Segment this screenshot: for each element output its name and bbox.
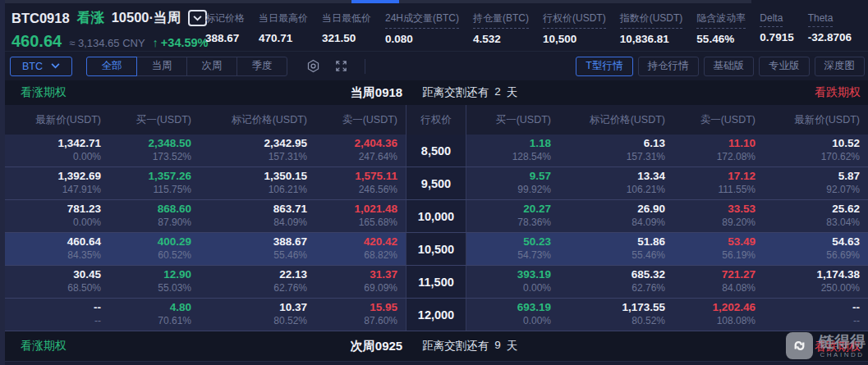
view-tab-T型行情[interactable]: T型行情 xyxy=(576,57,632,76)
call-ask-cell[interactable]: 2,404.36247.64% xyxy=(315,135,406,167)
call-ask-cell[interactable]: 1,575.11246.56% xyxy=(315,167,406,199)
put-bid-cell[interactable]: 693.190.00% xyxy=(466,299,559,331)
stat-label[interactable]: Delta xyxy=(760,12,783,27)
call-ask-cell[interactable]: 1,021.48165.68% xyxy=(315,200,406,232)
put-ask-cell[interactable]: 17.12111.55% xyxy=(673,167,764,199)
period-tab-当周[interactable]: 当周 xyxy=(136,57,187,76)
call-mark-cell[interactable]: 22.1362.76% xyxy=(200,266,315,298)
put-ask-cell[interactable]: 11.10172.08% xyxy=(673,135,764,167)
percent: 84.08% xyxy=(722,283,755,294)
stat-label[interactable]: Theta xyxy=(808,12,834,27)
view-tab-深度图[interactable]: 深度图 xyxy=(815,57,866,76)
call-bid-cell[interactable]: 4.8070.61% xyxy=(109,299,200,331)
call-mark-cell[interactable]: 1,350.15106.21% xyxy=(200,167,315,199)
strike-cell[interactable]: 10,000 xyxy=(406,200,466,232)
percent: 170.62% xyxy=(821,152,860,162)
period-tab-季度[interactable]: 季度 xyxy=(237,57,287,76)
call-mark-cell[interactable]: 2,342.95157.31% xyxy=(200,135,315,167)
call-latest-cell[interactable]: ---- xyxy=(0,299,109,331)
header-scrollbar-thumb[interactable] xyxy=(351,0,399,3)
stat-label[interactable]: 隐含波动率 xyxy=(696,11,746,29)
put-latest-cell[interactable]: 25.6283.04% xyxy=(764,200,868,232)
percent: 68.50% xyxy=(67,283,101,294)
period-tab-次周[interactable]: 次周 xyxy=(186,57,237,76)
table-row: 781.230.00%868.6087.90%863.7184.09%1,021… xyxy=(0,200,868,233)
fullscreen-button[interactable] xyxy=(334,59,348,73)
contract-select-icon[interactable] xyxy=(188,10,207,26)
view-tab-专业版[interactable]: 专业版 xyxy=(759,57,810,76)
price: 1,202.46 xyxy=(712,302,755,314)
call-latest-cell[interactable]: 30.4568.50% xyxy=(0,266,109,298)
price: 25.62 xyxy=(832,203,860,216)
put-ask-cell[interactable]: 33.5389.20% xyxy=(673,200,764,232)
strike-cell[interactable]: 9,500 xyxy=(406,167,466,199)
call-ask-cell[interactable]: 15.9587.60% xyxy=(315,299,406,331)
call-latest-cell[interactable]: 460.6484.35% xyxy=(0,233,109,265)
call-bid-cell[interactable]: 1,357.26115.75% xyxy=(109,167,200,199)
put-mark-cell[interactable]: 1,173.5580.52% xyxy=(559,299,673,331)
put-mark-cell[interactable]: 685.3262.76% xyxy=(559,266,673,298)
put-bid-cell[interactable]: 50.2354.73% xyxy=(466,233,559,265)
put-ask-cell[interactable]: 1,202.46108.08% xyxy=(673,299,764,331)
call-bid-cell[interactable]: 400.2960.52% xyxy=(109,233,200,265)
put-bid-cell[interactable]: 393.190.00% xyxy=(466,266,559,298)
call-latest-cell[interactable]: 781.230.00% xyxy=(0,200,109,232)
call-mark-cell[interactable]: 388.6755.46% xyxy=(200,233,315,265)
call-mark-cell[interactable]: 10.3780.52% xyxy=(200,299,315,331)
stat-label[interactable]: 指数价(USDT) xyxy=(620,11,683,29)
call-latest-cell[interactable]: 1,342.710.00% xyxy=(0,135,109,167)
percent: 84.35% xyxy=(67,250,101,261)
put-bid-cell[interactable]: 1.18128.54% xyxy=(466,135,559,167)
price: 2,404.36 xyxy=(354,138,397,150)
stat-value: -32.8706 xyxy=(808,31,852,43)
stat-item: Delta0.7915 xyxy=(760,10,793,51)
change-percent: +34.59% xyxy=(161,36,209,49)
contract-title[interactable]: BTC0918看涨10500·当周 xyxy=(11,9,205,27)
toolbar: BTC 全部当周次周季度 T型行情持仓行情基础版专业版深度图 xyxy=(0,51,868,80)
put-latest-cell[interactable]: 1,174.38250.00% xyxy=(764,266,868,298)
strike-cell[interactable]: 10,500 xyxy=(406,233,466,265)
call-col-header: 最新价(USDT) xyxy=(0,105,109,135)
strike-cell[interactable]: 11,500 xyxy=(406,266,466,298)
put-mark-cell[interactable]: 26.9084.09% xyxy=(559,200,673,232)
put-ask-cell[interactable]: 721.2784.08% xyxy=(673,266,764,298)
view-tab-持仓行情[interactable]: 持仓行情 xyxy=(638,57,699,76)
stat-item: 行权价(USDT)10,500 xyxy=(543,10,606,51)
percent: 92.07% xyxy=(826,185,860,195)
put-latest-cell[interactable]: 10.52170.62% xyxy=(764,135,868,167)
put-mark-cell[interactable]: 13.34106.21% xyxy=(559,167,673,199)
view-tab-基础版[interactable]: 基础版 xyxy=(704,57,755,76)
put-latest-cell[interactable]: ---- xyxy=(764,299,868,331)
stat-value: 10,500 xyxy=(543,33,606,45)
price: 1.18 xyxy=(530,138,551,150)
call-ask-cell[interactable]: 31.3769.09% xyxy=(315,266,406,298)
stat-label[interactable]: 行权价(USDT) xyxy=(543,11,606,29)
stat-label[interactable]: 24H成交量(BTC) xyxy=(385,11,459,29)
call-ask-cell[interactable]: 420.4268.82% xyxy=(315,233,406,265)
stat-item: 24H成交量(BTC)0.080 xyxy=(385,10,459,51)
put-bid-cell[interactable]: 20.2778.36% xyxy=(466,200,559,232)
period-tab-全部[interactable]: 全部 xyxy=(86,57,137,76)
call-bid-cell[interactable]: 12.9055.03% xyxy=(109,266,200,298)
call-bid-cell[interactable]: 2,348.50173.52% xyxy=(109,135,200,167)
coin-selector-dropdown[interactable]: BTC xyxy=(10,57,72,76)
stat-label[interactable]: 持仓量(BTC) xyxy=(473,11,529,29)
table-row: 460.6484.35%400.2960.52%388.6755.46%420.… xyxy=(0,233,868,266)
stat-value: 0.080 xyxy=(385,33,459,45)
put-mark-cell[interactable]: 51.8655.46% xyxy=(559,233,673,265)
put-ask-cell[interactable]: 53.4956.19% xyxy=(673,233,764,265)
table-row: 1,392.69147.91%1,357.26115.75%1,350.1510… xyxy=(0,167,868,200)
call-latest-cell[interactable]: 1,392.69147.91% xyxy=(0,167,109,199)
call-bid-cell[interactable]: 868.6087.90% xyxy=(109,200,200,232)
call-mark-cell[interactable]: 863.7184.09% xyxy=(200,200,315,232)
put-mark-cell[interactable]: 6.13157.31% xyxy=(559,135,673,167)
put-latest-cell[interactable]: 54.6356.69% xyxy=(764,233,868,265)
put-latest-cell[interactable]: 5.8792.07% xyxy=(764,167,868,199)
strike-cell[interactable]: 12,000 xyxy=(406,299,466,331)
price: 13.34 xyxy=(637,171,665,183)
settings-button[interactable] xyxy=(305,58,321,74)
stat-value: 10,836.81 xyxy=(620,33,683,45)
header-scrollbar[interactable] xyxy=(0,0,751,3)
put-bid-cell[interactable]: 9.5799.92% xyxy=(466,167,559,199)
strike-cell[interactable]: 8,500 xyxy=(406,135,466,167)
